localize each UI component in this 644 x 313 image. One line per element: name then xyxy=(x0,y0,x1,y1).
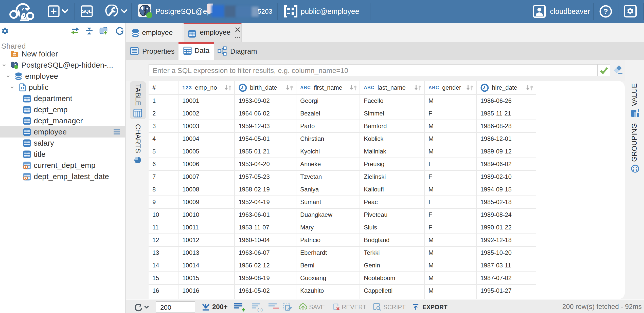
svg-text:(+): (+) xyxy=(257,307,263,312)
svg-text:SQL: SQL xyxy=(82,9,92,14)
svg-text:?: ? xyxy=(603,7,608,15)
